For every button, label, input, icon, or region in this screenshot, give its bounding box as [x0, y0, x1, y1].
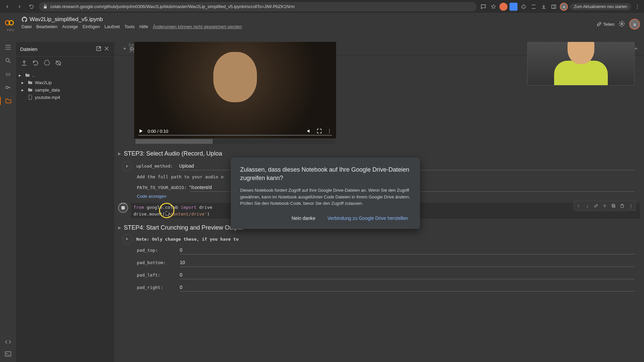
pad-bottom-input[interactable]: [180, 258, 635, 267]
ext-icon-1[interactable]: [499, 3, 507, 11]
code-snippets-icon[interactable]: [4, 338, 12, 346]
file-node-wav2lip[interactable]: ▸Wav2Lip: [16, 79, 114, 86]
share-button[interactable]: Teilen: [596, 21, 614, 27]
download-icon[interactable]: [540, 3, 548, 11]
pad-left-label: pad_left:: [137, 273, 177, 278]
back-button[interactable]: [3, 2, 12, 11]
update-button[interactable]: Zum Aktualisieren neu starten: [570, 3, 631, 10]
user-avatar[interactable]: a: [629, 19, 640, 29]
cell-toolbar: ↑ ↓ ⋮: [574, 201, 636, 211]
run-cell-button[interactable]: [118, 203, 128, 213]
variables-icon[interactable]: {x}: [4, 70, 12, 78]
cell-delete-icon[interactable]: [618, 202, 626, 210]
refresh-files-icon[interactable]: [32, 60, 39, 67]
pad-right-label: pad_right:: [137, 285, 177, 290]
drive-permission-modal: Zulassen, dass dieses Notebook auf Ihre …: [231, 158, 420, 229]
menu-einfuegen[interactable]: Einfügen: [83, 24, 100, 29]
cell-mirror-icon[interactable]: [609, 202, 618, 210]
gear-icon: [619, 20, 625, 27]
menu-anzeige[interactable]: Anzeige: [62, 24, 78, 29]
svg-point-14: [329, 131, 330, 131]
upload-file-icon[interactable]: [21, 60, 28, 67]
secrets-icon[interactable]: [4, 83, 12, 92]
video-menu-icon[interactable]: [327, 128, 332, 134]
folder-icon: [25, 72, 30, 78]
url-text: colab.research.google.com/github/justinj…: [50, 4, 294, 9]
pad-right-input[interactable]: [180, 283, 635, 292]
pad-bottom-label: pad_bottom:: [137, 260, 177, 265]
toc-icon[interactable]: [4, 43, 12, 51]
file-root[interactable]: ▸..: [16, 71, 114, 79]
move-down-icon[interactable]: ↓: [583, 202, 591, 210]
file-panel: Dateien ▸.. ▸Wav2Lip ▸sample_data youtub…: [16, 42, 114, 362]
bookmark-icon[interactable]: [489, 3, 497, 11]
svg-point-10: [6, 86, 8, 89]
step4-heading: STEP4: Start Crunching and Preview Outpu…: [124, 224, 243, 231]
menu-icon[interactable]: [633, 3, 641, 11]
cell-time: 3 m: [128, 43, 134, 47]
url-bar[interactable]: colab.research.google.com/github/justinj…: [39, 2, 477, 11]
cell-settings-icon[interactable]: [601, 202, 609, 210]
save-warning[interactable]: Änderungen können nicht gespeichert werd…: [153, 24, 241, 29]
step3-heading: STEP3: Select Audio (Record, Uploa: [124, 150, 222, 157]
files-icon[interactable]: [0, 97, 16, 105]
step4-run-button[interactable]: [122, 234, 132, 244]
ext-icon-3[interactable]: [530, 3, 538, 11]
pad-top-input[interactable]: [180, 246, 635, 254]
svg-text:{x}: {x}: [6, 72, 10, 76]
svg-rect-11: [5, 352, 11, 356]
pro-badge: PRO: [4, 28, 17, 32]
step4-note: Note: Only change these, if you have to: [132, 237, 238, 242]
forward-button[interactable]: [15, 2, 24, 11]
section-toggle-icon[interactable]: ▸: [118, 224, 121, 231]
extensions-icon[interactable]: [520, 3, 528, 11]
cell-link-icon[interactable]: [592, 202, 600, 210]
output-scrollbar[interactable]: [136, 139, 335, 144]
hidden-files-icon[interactable]: [55, 60, 62, 67]
file-node-sample[interactable]: ▸sample_data: [16, 86, 114, 94]
cell-number: [2]: [130, 48, 134, 52]
volume-icon[interactable]: [307, 128, 312, 134]
move-up-icon[interactable]: ↑: [575, 202, 583, 210]
folder-icon: [28, 87, 33, 93]
cell-more-icon[interactable]: ⋮: [627, 202, 635, 210]
video-player[interactable]: 0:00 / 0:10: [134, 42, 336, 138]
file-node-youtube[interactable]: youtube.mp4: [16, 94, 114, 101]
play-icon[interactable]: [138, 128, 144, 134]
menu-laufzeit[interactable]: Laufzeit: [105, 24, 120, 29]
pad-left-input[interactable]: [180, 271, 635, 279]
modal-no-button[interactable]: Nein danke: [289, 214, 318, 223]
mount-drive-icon[interactable]: [44, 60, 50, 67]
step3-run-button[interactable]: [122, 161, 132, 171]
terminal-icon[interactable]: [4, 350, 12, 358]
menu-hilfe[interactable]: Hilfe: [139, 24, 148, 29]
section-toggle-icon[interactable]: ▸: [118, 150, 121, 157]
svg-point-7: [621, 23, 623, 24]
menu-bar: Datei Bearbeiten Anzeige Einfügen Laufze…: [21, 24, 596, 29]
panel-icon[interactable]: [550, 3, 558, 11]
menu-bearbeiten[interactable]: Bearbeiten: [36, 24, 57, 29]
svg-point-3: [637, 6, 638, 7]
link-icon: [596, 21, 602, 27]
video-time: 0:00 / 0:10: [148, 129, 168, 134]
browser-avatar[interactable]: a: [560, 3, 568, 11]
menu-tools[interactable]: Tools: [124, 24, 135, 29]
settings-button[interactable]: [619, 20, 625, 28]
share-page-icon[interactable]: [479, 3, 487, 11]
ext-icon-2[interactable]: [509, 3, 518, 11]
open-new-icon[interactable]: [96, 46, 102, 53]
modal-yes-button[interactable]: Verbindung zu Google Drive herstellen: [325, 214, 411, 223]
colab-logo[interactable]: PRO: [4, 17, 17, 32]
svg-rect-18: [613, 205, 615, 207]
reload-button[interactable]: [27, 2, 36, 11]
folder-icon: [28, 80, 33, 85]
search-icon[interactable]: [4, 57, 12, 65]
video-slider[interactable]: [138, 135, 332, 136]
lock-icon: [43, 4, 48, 9]
close-panel-icon[interactable]: [104, 46, 110, 53]
menu-datei[interactable]: Datei: [21, 24, 32, 29]
svg-rect-0: [552, 5, 556, 8]
fullscreen-icon[interactable]: [317, 128, 322, 134]
svg-point-15: [329, 132, 330, 133]
doc-title[interactable]: Wav2Lip_simplified_v5.ipynb: [30, 16, 103, 23]
